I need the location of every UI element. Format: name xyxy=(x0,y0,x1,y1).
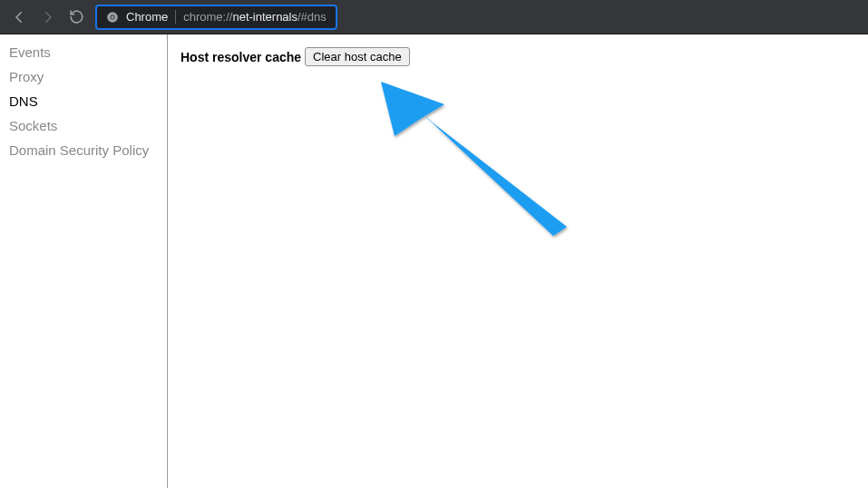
sidebar-item-events[interactable]: Events xyxy=(9,40,158,64)
nav-buttons xyxy=(7,9,88,25)
address-bar[interactable]: Chrome chrome://net-internals/#dns xyxy=(95,5,337,30)
reload-icon[interactable] xyxy=(69,9,84,24)
svg-point-2 xyxy=(111,15,114,19)
clear-host-cache-button[interactable]: Clear host cache xyxy=(305,47,410,66)
content-area: Events Proxy DNS Sockets Domain Security… xyxy=(0,34,868,488)
sidebar-item-proxy[interactable]: Proxy xyxy=(9,64,158,89)
sidebar-item-sockets[interactable]: Sockets xyxy=(9,113,158,138)
sidebar-item-dns[interactable]: DNS xyxy=(9,89,158,113)
address-label: Chrome xyxy=(126,10,176,24)
sidebar: Events Proxy DNS Sockets Domain Security… xyxy=(0,34,168,488)
svg-marker-4 xyxy=(417,109,567,236)
browser-toolbar: Chrome chrome://net-internals/#dns xyxy=(0,0,868,34)
sidebar-item-domain-security-policy[interactable]: Domain Security Policy xyxy=(9,138,158,162)
forward-icon[interactable] xyxy=(40,9,56,25)
main-content: Host resolver cache Clear host cache xyxy=(168,34,868,488)
annotation-arrow-icon xyxy=(381,82,590,245)
url-text: chrome://net-internals/#dns xyxy=(183,10,327,24)
svg-marker-3 xyxy=(381,82,444,136)
host-resolver-row: Host resolver cache Clear host cache xyxy=(180,47,855,66)
back-icon[interactable] xyxy=(11,9,27,25)
chrome-icon xyxy=(106,11,119,24)
host-resolver-label: Host resolver cache xyxy=(180,50,301,64)
